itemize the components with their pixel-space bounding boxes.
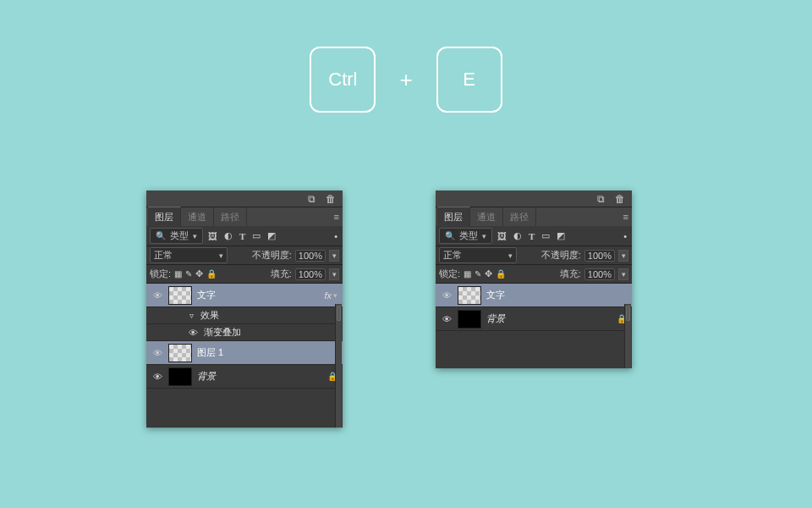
blend-row: 正常 不透明度: 100% — [436, 246, 632, 265]
fx-sub-gradient[interactable]: 渐变叠加 — [146, 324, 343, 341]
opacity-label: 不透明度: — [541, 249, 581, 262]
visibility-toggle[interactable] — [146, 372, 168, 382]
lock-paint-icon[interactable] — [475, 269, 481, 279]
layer-thumbnail — [168, 367, 192, 386]
filter-kind-select[interactable]: 类型 — [150, 228, 203, 244]
lock-paint-icon[interactable] — [185, 269, 192, 279]
filter-smartobject-icon[interactable] — [266, 230, 277, 241]
eye-icon — [153, 348, 162, 358]
layer-thumbnail — [458, 286, 481, 305]
duplicate-icon[interactable] — [308, 193, 315, 205]
layers-panel-after: 图层 通道 路径 类型 正常 不透明度: 100% 锁定: — [436, 190, 632, 368]
scrollbar-thumb[interactable] — [337, 306, 341, 321]
key-e-label: E — [463, 69, 475, 91]
filter-adjustment-icon[interactable] — [512, 230, 524, 241]
filter-smartobject-icon[interactable] — [555, 230, 567, 241]
fx-expand-icon[interactable] — [333, 291, 337, 300]
trash-icon[interactable] — [326, 193, 336, 205]
layer-row[interactable]: 背景 — [146, 365, 343, 389]
tab-channels[interactable]: 通道 — [470, 207, 503, 226]
chevron-down-icon — [622, 270, 626, 279]
opacity-value[interactable]: 100% — [584, 250, 615, 262]
filter-pixel-icon[interactable] — [496, 231, 508, 241]
fill-value[interactable]: 100% — [584, 268, 615, 280]
filter-shape-icon[interactable] — [250, 230, 262, 241]
layer-row[interactable]: 背景 — [436, 307, 632, 331]
key-e: E — [436, 47, 502, 113]
layer-list-empty — [436, 331, 632, 368]
visibility-toggle[interactable] — [185, 328, 200, 338]
filter-text-icon[interactable] — [527, 231, 536, 241]
layer-row[interactable]: 文字 — [436, 284, 632, 307]
layer-list-empty — [146, 389, 343, 428]
lock-all-icon[interactable] — [496, 269, 506, 279]
eye-icon — [442, 290, 452, 301]
chevron-down-icon — [508, 251, 513, 260]
duplicate-icon[interactable] — [597, 193, 605, 205]
fill-label: 填充: — [271, 268, 292, 280]
filter-kind-label: 类型 — [170, 229, 189, 242]
layer-filter-row: 类型 — [146, 226, 343, 246]
blend-mode-select[interactable]: 正常 — [439, 247, 517, 263]
tab-layers[interactable]: 图层 — [148, 207, 181, 226]
panel-tabs: 图层 通道 路径 — [146, 207, 343, 226]
opacity-stepper[interactable] — [618, 250, 628, 262]
lock-position-icon[interactable] — [195, 268, 203, 279]
eye-icon — [153, 290, 162, 301]
eye-icon — [153, 372, 162, 382]
opacity-label: 不透明度: — [252, 249, 292, 262]
visibility-toggle[interactable] — [436, 314, 458, 324]
lock-pixels-icon[interactable] — [174, 269, 182, 279]
scrollbar[interactable] — [335, 304, 342, 428]
flyout-menu-icon[interactable] — [334, 212, 339, 222]
panel-grip — [436, 190, 632, 207]
fx-gradient-label: 渐变叠加 — [204, 326, 241, 339]
search-icon — [443, 231, 457, 240]
filter-toggle-icon[interactable] — [622, 231, 628, 241]
chevron-down-icon — [332, 270, 337, 279]
lock-pixels-icon[interactable] — [464, 269, 471, 279]
filter-adjustment-icon[interactable] — [222, 230, 234, 241]
lock-position-icon[interactable] — [485, 268, 492, 279]
key-ctrl: Ctrl — [310, 47, 376, 113]
filter-text-icon[interactable] — [238, 231, 247, 241]
visibility-toggle[interactable] — [436, 290, 458, 301]
filter-shape-icon[interactable] — [540, 230, 551, 241]
blend-mode-label: 正常 — [443, 249, 462, 262]
fill-value[interactable]: 100% — [295, 268, 326, 280]
panel-tabs: 图层 通道 路径 — [436, 207, 632, 226]
fill-stepper[interactable] — [618, 268, 628, 280]
fx-collapse-icon[interactable]: ▿ — [185, 311, 197, 320]
blend-row: 正常 不透明度: 100% — [146, 246, 343, 265]
fill-stepper[interactable] — [329, 268, 339, 280]
visibility-toggle[interactable] — [146, 348, 168, 358]
layer-row[interactable]: 文字 fx — [146, 284, 343, 307]
lock-row: 锁定: 填充: 100% — [436, 265, 632, 284]
scrollbar-thumb[interactable] — [626, 306, 630, 321]
tab-paths[interactable]: 路径 — [214, 207, 247, 226]
blend-mode-select[interactable]: 正常 — [150, 247, 228, 263]
scrollbar[interactable] — [624, 304, 631, 368]
chevron-down-icon — [191, 232, 199, 240]
tab-layers[interactable]: 图层 — [437, 207, 470, 226]
opacity-value[interactable]: 100% — [295, 250, 326, 262]
filter-pixel-icon[interactable] — [206, 231, 219, 241]
layer-name: 文字 — [197, 289, 324, 301]
filter-toggle-icon[interactable] — [332, 231, 339, 241]
filter-kind-label: 类型 — [459, 229, 478, 242]
filter-kind-select[interactable]: 类型 — [439, 228, 492, 244]
flyout-menu-icon[interactable] — [623, 212, 628, 222]
opacity-stepper[interactable] — [329, 250, 339, 262]
layer-row[interactable]: 图层 1 — [146, 341, 343, 365]
lock-all-icon[interactable] — [206, 269, 217, 279]
layers-panel-before: 图层 通道 路径 类型 正常 不透明度: 100% 锁定: — [146, 190, 343, 428]
chevron-down-icon — [332, 251, 337, 260]
chevron-down-icon — [219, 251, 223, 260]
key-ctrl-label: Ctrl — [328, 69, 357, 91]
tab-channels[interactable]: 通道 — [181, 207, 214, 226]
trash-icon[interactable] — [615, 193, 625, 205]
layer-name: 背景 — [486, 312, 613, 325]
visibility-toggle[interactable] — [146, 290, 168, 301]
tab-paths[interactable]: 路径 — [503, 207, 536, 226]
fx-badge[interactable]: fx — [324, 290, 332, 301]
